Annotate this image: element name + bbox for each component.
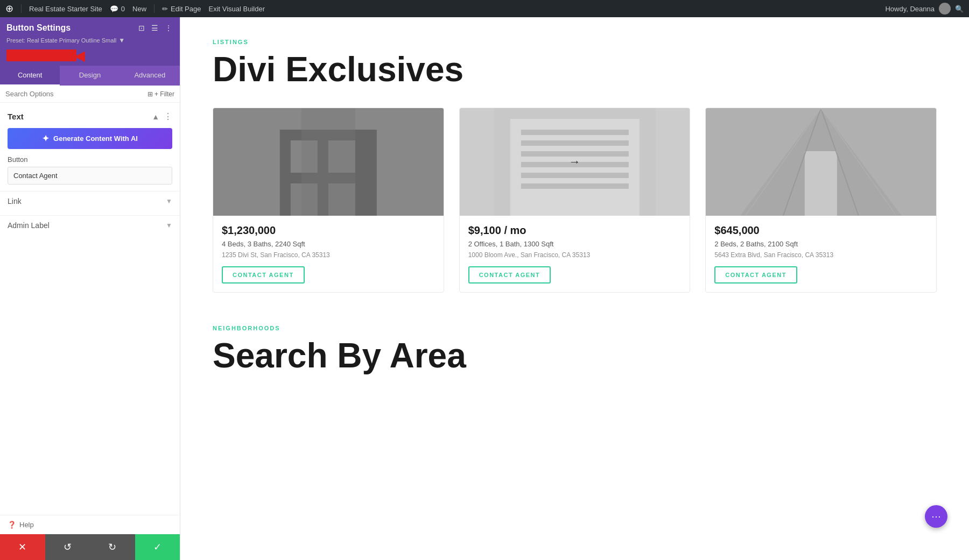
new-link[interactable]: New xyxy=(132,5,146,13)
sidebar: Button Settings ⊡ ☰ ⋮ Preset: Real Estat… xyxy=(0,17,180,560)
sidebar-icon-layout[interactable]: ☰ xyxy=(150,23,159,33)
red-arrow-indicator: ◀ xyxy=(6,48,173,62)
exit-builder-link[interactable]: Exit Visual Builder xyxy=(208,5,265,13)
help-icon: ❓ xyxy=(8,521,16,529)
ai-generate-button[interactable]: ✦ Generate Content With AI xyxy=(8,128,172,149)
tab-advanced[interactable]: Advanced xyxy=(120,66,180,86)
text-more-icon[interactable]: ⋮ xyxy=(164,111,172,122)
filter-button[interactable]: ⊞ + Filter xyxy=(148,90,174,98)
sidebar-bottom-bar: ✕ ↺ ↻ ✓ xyxy=(0,534,180,560)
button-field-input[interactable] xyxy=(8,167,172,185)
user-avatar[interactable] xyxy=(939,3,951,15)
pencil-icon: ✏ xyxy=(162,5,168,13)
filter-icon: ⊞ xyxy=(148,90,153,98)
top-bar-sep-2 xyxy=(154,4,155,13)
red-arrow-icon: ◀ xyxy=(74,48,85,62)
listings-tag: LISTINGS xyxy=(213,39,937,45)
admin-label-chevron-icon: ▼ xyxy=(166,222,172,229)
floating-icon: ⋯ xyxy=(931,511,941,522)
comment-bubble-icon: 💬 xyxy=(110,5,118,13)
text-section-header[interactable]: Text ▲ ⋮ xyxy=(0,108,180,125)
listings-grid: $1,230,000 4 Beds, 3 Baths, 2240 Sqft 12… xyxy=(213,108,937,293)
svg-rect-17 xyxy=(805,151,837,216)
sidebar-icon-more[interactable]: ⋮ xyxy=(164,23,173,33)
tab-content[interactable]: Content xyxy=(0,66,60,86)
site-name[interactable]: Real Estate Starter Site xyxy=(29,5,102,13)
sidebar-tabs: Content Design Advanced xyxy=(0,66,180,86)
help-row[interactable]: ❓ Help xyxy=(0,515,180,534)
preset-chevron-icon: ▼ xyxy=(118,37,125,44)
button-field-label: Button xyxy=(8,155,172,164)
neighborhoods-heading: Search By Area xyxy=(213,337,937,374)
building-image-3 xyxy=(706,108,936,216)
top-bar-sep-1 xyxy=(21,4,22,13)
svg-rect-9 xyxy=(521,130,628,135)
sidebar-search-row: ⊞ + Filter xyxy=(0,86,180,103)
save-button[interactable]: ✓ xyxy=(135,534,180,560)
neighborhoods-section: NEIGHBORHOODS Search By Area xyxy=(213,325,937,374)
text-section-label: Text xyxy=(8,112,24,121)
listing-info-1: $1,230,000 4 Beds, 3 Baths, 2240 Sqft 12… xyxy=(213,216,444,292)
redo-icon: ↻ xyxy=(108,541,116,553)
listing-address-2: 1000 Bloom Ave., San Fracisco, CA 35313 xyxy=(468,251,682,259)
link-section-header[interactable]: Link ▼ xyxy=(0,192,180,211)
comments-link[interactable]: 💬 0 xyxy=(110,5,125,13)
building-image-1 xyxy=(213,108,444,216)
button-field-section: Button xyxy=(0,152,180,187)
listing-details-3: 2 Beds, 2 Baths, 2100 Sqft xyxy=(714,240,928,248)
listing-address-3: 5643 Extra Blvd, San Fracisco, CA 35313 xyxy=(714,251,928,259)
sidebar-title-row: Button Settings ⊡ ☰ ⋮ xyxy=(6,23,173,33)
save-icon: ✓ xyxy=(153,541,162,553)
top-bar-right: Howdy, Deanna 🔍 xyxy=(885,3,964,15)
tab-design[interactable]: Design xyxy=(60,66,120,86)
top-bar: ⊕ Real Estate Starter Site 💬 0 New ✏ Edi… xyxy=(0,0,969,17)
cancel-icon: ✕ xyxy=(18,541,26,553)
arrow-overlay-icon: → xyxy=(568,155,580,169)
neighborhoods-tag: NEIGHBORHOODS xyxy=(213,325,937,331)
contact-agent-btn-3[interactable]: CONTACT AGENT xyxy=(714,266,797,283)
edit-page-link[interactable]: ✏ Edit Page xyxy=(162,5,201,13)
contact-agent-btn-1[interactable]: CONTACT AGENT xyxy=(222,266,305,283)
svg-rect-14 xyxy=(521,183,628,189)
svg-rect-6 xyxy=(301,108,355,216)
listing-info-3: $645,000 2 Beds, 2 Baths, 2100 Sqft 5643… xyxy=(706,216,936,292)
ai-icon: ✦ xyxy=(42,133,49,144)
listing-image-2: → xyxy=(460,108,690,216)
sidebar-content: Text ▲ ⋮ ✦ Generate Content With AI Butt… xyxy=(0,103,180,515)
listing-card-1: $1,230,000 4 Beds, 3 Baths, 2240 Sqft 12… xyxy=(213,108,444,293)
listing-price-2: $9,100 / mo xyxy=(468,224,682,237)
link-section-label: Link xyxy=(8,197,22,205)
cancel-button[interactable]: ✕ xyxy=(0,534,45,560)
main-content: LISTINGS Divi Exclusives xyxy=(180,17,969,560)
listings-section: LISTINGS Divi Exclusives xyxy=(213,39,937,293)
red-block xyxy=(6,49,76,61)
link-section: Link ▼ xyxy=(0,191,180,211)
link-chevron-icon: ▼ xyxy=(166,197,172,205)
listing-details-2: 2 Offices, 1 Bath, 1300 Sqft xyxy=(468,240,682,248)
svg-rect-10 xyxy=(521,140,628,146)
text-chevron-icon[interactable]: ▲ xyxy=(152,112,159,121)
sidebar-icon-copy[interactable]: ⊡ xyxy=(137,23,146,33)
sidebar-preset-label[interactable]: Preset: Real Estate Primary Outline Smal… xyxy=(6,37,125,44)
admin-label-section: Admin Label ▼ xyxy=(0,215,180,235)
undo-button[interactable]: ↺ xyxy=(45,534,90,560)
listing-details-1: 4 Beds, 3 Baths, 2240 Sqft xyxy=(222,240,435,248)
listings-heading: Divi Exclusives xyxy=(213,51,937,88)
listing-price-3: $645,000 xyxy=(714,224,928,237)
admin-label-header[interactable]: Admin Label ▼ xyxy=(0,216,180,235)
listing-image-1 xyxy=(213,108,444,216)
listing-card-2: → $9,100 / mo 2 Offices, 1 Bath, 1300 Sq… xyxy=(459,108,691,293)
sidebar-title-icons: ⊡ ☰ ⋮ xyxy=(137,23,173,33)
listing-card-3: $645,000 2 Beds, 2 Baths, 2100 Sqft 5643… xyxy=(705,108,937,293)
floating-action-button[interactable]: ⋯ xyxy=(925,505,947,528)
contact-agent-btn-2[interactable]: CONTACT AGENT xyxy=(468,266,551,283)
redo-button[interactable]: ↻ xyxy=(90,534,135,560)
main-layout: Button Settings ⊡ ☰ ⋮ Preset: Real Estat… xyxy=(0,17,969,560)
admin-label-label: Admin Label xyxy=(8,221,50,230)
howdy-label: Howdy, Deanna xyxy=(885,5,935,13)
wp-logo-icon[interactable]: ⊕ xyxy=(5,3,13,15)
search-icon[interactable]: 🔍 xyxy=(955,5,964,13)
search-input[interactable] xyxy=(5,90,144,98)
sidebar-title: Button Settings xyxy=(6,23,71,33)
sidebar-header: Button Settings ⊡ ☰ ⋮ Preset: Real Estat… xyxy=(0,17,180,66)
